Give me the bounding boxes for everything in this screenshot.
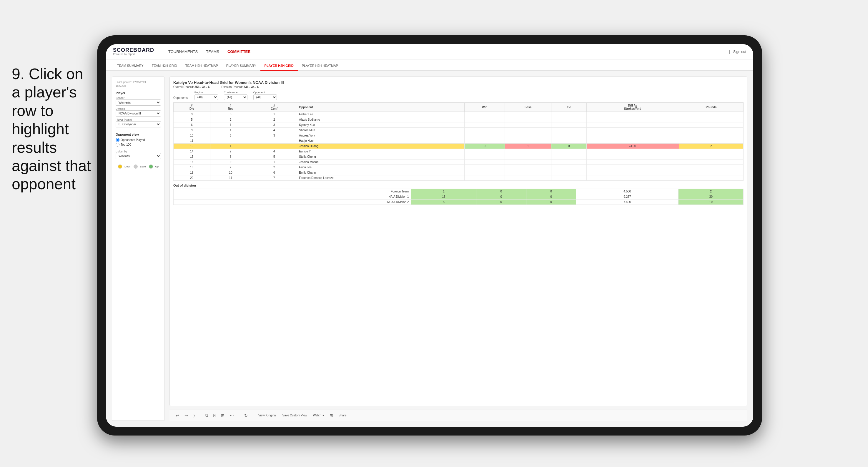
- tab-team-h2h-grid[interactable]: TEAM H2H GRID: [148, 62, 181, 71]
- table-row[interactable]: 522Alexis Sudjianto: [174, 117, 744, 122]
- table-row[interactable]: 131Jessica Huang010-3.002: [174, 144, 744, 149]
- table-cell: [679, 117, 743, 122]
- table-cell: [505, 170, 551, 176]
- table-cell: [251, 144, 297, 149]
- table-cell: [586, 112, 679, 117]
- col-diff: Diff AvStrokes/Rnd: [586, 103, 679, 112]
- tab-player-h2h-heatmap[interactable]: PLAYER H2H HEATMAP: [298, 62, 342, 71]
- player-section-title: Player: [116, 91, 161, 95]
- table-cell: [586, 122, 679, 128]
- table-cell: [505, 117, 551, 122]
- table-cell: 18: [174, 165, 210, 170]
- more-button[interactable]: ⋯: [228, 412, 236, 419]
- sign-out-link[interactable]: Sign out: [733, 50, 746, 54]
- separator-2: [239, 413, 239, 418]
- table-cell: 4: [251, 128, 297, 133]
- gender-select[interactable]: Women's: [116, 99, 161, 106]
- conference-filter-select[interactable]: (All): [224, 94, 247, 100]
- logo: SCOREBOARD Powered by clippd: [113, 48, 154, 56]
- ood-tie-cell: 0: [526, 189, 576, 194]
- view-original-button[interactable]: View: Original: [256, 413, 278, 418]
- table-cell: 10: [210, 170, 251, 176]
- nav-teams[interactable]: TEAMS: [206, 48, 219, 55]
- save-custom-view-button[interactable]: Save Custom View: [281, 413, 309, 418]
- table-cell: [465, 138, 505, 144]
- opponent-filter-select[interactable]: (All): [253, 94, 277, 100]
- ood-row[interactable]: NCAA Division 25007.40010: [174, 199, 744, 205]
- region-filter-select[interactable]: (All): [194, 94, 218, 100]
- table-cell: [586, 176, 679, 181]
- table-cell: [551, 165, 586, 170]
- watch-button[interactable]: Watch ▾: [311, 413, 326, 418]
- table-cell: 4: [251, 149, 297, 154]
- paste-button[interactable]: ⎘: [212, 412, 217, 419]
- bottom-toolbar: ↩ ↪ ⟩ ⧉ ⎘ ⊞ ⋯ ↻ View: Original Save Cust: [169, 410, 747, 421]
- table-row[interactable]: 11Haejo Hyun: [174, 138, 744, 144]
- ood-row[interactable]: NAIA Division 115009.26730: [174, 194, 744, 199]
- table-cell: [551, 112, 586, 117]
- table-cell: 7: [251, 176, 297, 181]
- player-rank-select[interactable]: 8. Katelyn Vo: [116, 121, 161, 127]
- tab-team-h2h-heatmap[interactable]: TEAM H2H HEATMAP: [181, 62, 222, 71]
- table-cell: Emily Chang: [297, 170, 465, 176]
- division-record-label: Division Record: 331 - 34 - 6: [221, 85, 259, 89]
- table-row[interactable]: 1585Stella Cheng: [174, 154, 744, 159]
- h2h-table: #Div #Reg #Conf Opponent Win Loss Tie Di…: [173, 102, 744, 181]
- ood-table: Foreign Team1004.5002NAIA Division 11500…: [173, 189, 744, 205]
- ood-name-cell: NCAA Division 2: [174, 199, 411, 205]
- undo-button[interactable]: ↩: [174, 412, 181, 419]
- table-cell: Euna Lee: [297, 165, 465, 170]
- division-label: Division: [116, 107, 161, 111]
- share-button[interactable]: Share: [337, 413, 348, 418]
- tablet-device: SCOREBOARD Powered by clippd TOURNAMENTS…: [97, 35, 762, 436]
- table-row[interactable]: 331Esther Lee: [174, 112, 744, 117]
- nav-tournaments[interactable]: TOURNAMENTS: [168, 48, 198, 55]
- table-cell: [505, 149, 551, 154]
- table-cell: -3.00: [586, 144, 679, 149]
- save-custom-view-label: Save Custom View: [282, 414, 307, 417]
- tab-player-h2h-grid[interactable]: PLAYER H2H GRID: [260, 62, 298, 71]
- table-cell: [465, 149, 505, 154]
- table-cell: Alexis Sudjianto: [297, 117, 465, 122]
- refresh-button[interactable]: ↻: [243, 412, 249, 419]
- nav-committee[interactable]: COMMITTEE: [227, 48, 250, 55]
- content-panel: Katelyn Vo Head-to-Head Grid for Women's…: [169, 76, 747, 421]
- table-row[interactable]: 19106Emily Chang: [174, 170, 744, 176]
- table-cell: 20: [174, 176, 210, 181]
- radio-top100[interactable]: Top 100: [116, 143, 161, 147]
- table-cell: [551, 149, 586, 154]
- colour-by-select[interactable]: Win/loss: [116, 153, 161, 159]
- forward-button[interactable]: ⟩: [192, 412, 196, 419]
- table-cell: [465, 128, 505, 133]
- export-button[interactable]: ⊞: [328, 412, 335, 419]
- table-row[interactable]: 914Sharon Mun: [174, 128, 744, 133]
- col-rounds: Rounds: [679, 103, 743, 112]
- table-row[interactable]: 1063Andrea York: [174, 133, 744, 138]
- tab-player-summary[interactable]: PLAYER SUMMARY: [222, 62, 260, 71]
- col-tie: Tie: [551, 103, 586, 112]
- table-row[interactable]: 613Sydney Kuo: [174, 122, 744, 128]
- redo-button[interactable]: ↪: [183, 412, 189, 419]
- table-row[interactable]: 1691Jessica Mason: [174, 159, 744, 165]
- table-cell: [679, 133, 743, 138]
- table-cell: [679, 128, 743, 133]
- table-cell: [505, 133, 551, 138]
- table-cell: 2: [210, 165, 251, 170]
- table-row[interactable]: 1474Eunice Yi: [174, 149, 744, 154]
- table-cell: [551, 128, 586, 133]
- paste2-button[interactable]: ⊞: [219, 412, 226, 419]
- separator-1: [200, 413, 200, 418]
- col-loss: Loss: [505, 103, 551, 112]
- last-updated: Last Updated: 27/03/2024 16:55:38: [116, 80, 161, 88]
- copy-button[interactable]: ⧉: [204, 412, 210, 419]
- ood-row[interactable]: Foreign Team1004.5002: [174, 189, 744, 194]
- division-select[interactable]: NCAA Division III: [116, 111, 161, 117]
- table-row[interactable]: 1822Euna Lee: [174, 165, 744, 170]
- grid-records: Overall Record: 353 - 34 - 6 Division Re…: [173, 85, 744, 89]
- table-cell: [679, 138, 743, 144]
- table-cell: [551, 159, 586, 165]
- radio-opponents-played[interactable]: Opponents Played: [116, 138, 161, 142]
- tab-team-summary[interactable]: TEAM SUMMARY: [113, 62, 148, 71]
- watch-label: Watch: [313, 414, 321, 417]
- table-row[interactable]: 20117Federica Domecq Lacroze: [174, 176, 744, 181]
